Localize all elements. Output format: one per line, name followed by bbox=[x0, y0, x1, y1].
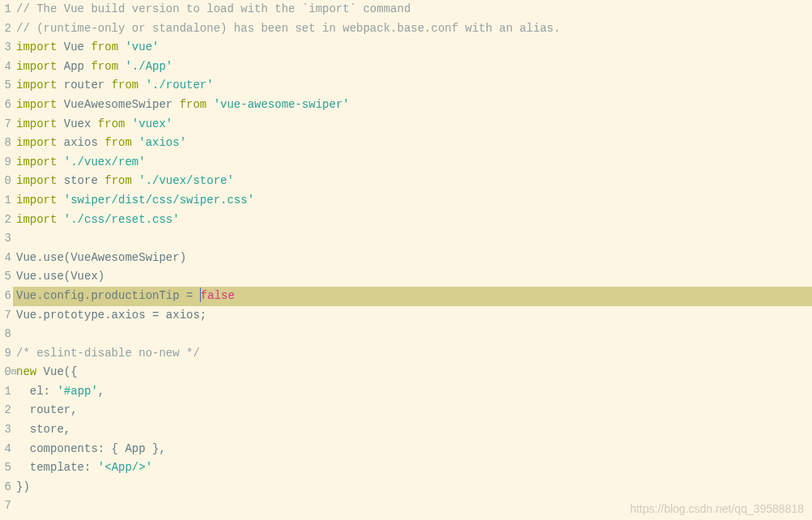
code-token: 'vue' bbox=[125, 40, 159, 53]
code-token: import bbox=[16, 117, 64, 130]
code-line[interactable]: template: '<App/>' bbox=[13, 458, 812, 478]
code-token: import bbox=[16, 194, 64, 207]
line-number: 9 bbox=[0, 153, 11, 173]
code-token: Vue.use(Vuex) bbox=[16, 270, 104, 283]
code-line[interactable]: store, bbox=[13, 420, 812, 440]
code-line[interactable]: import 'swiper/dist/css/swiper.css' bbox=[13, 191, 812, 211]
code-token: router, bbox=[16, 403, 78, 416]
line-number: 6 bbox=[0, 478, 11, 497]
code-token: import bbox=[16, 156, 64, 168]
code-token: components: { App }, bbox=[16, 442, 166, 455]
code-token: 'swiper/dist/css/swiper.css' bbox=[64, 194, 254, 207]
code-line[interactable]: import axios from 'axios' bbox=[13, 134, 812, 153]
line-number: 4 bbox=[0, 58, 11, 77]
code-token: /* eslint-disable no-new */ bbox=[16, 347, 200, 360]
code-token: from bbox=[104, 174, 138, 187]
code-token: 'axios' bbox=[138, 136, 186, 149]
code-line[interactable]: Vue.use(Vuex) bbox=[13, 267, 812, 287]
code-token: }) bbox=[16, 480, 30, 493]
line-number-gutter: 123456789012345678901234567 bbox=[0, 0, 13, 520]
line-number: 4 bbox=[0, 249, 11, 268]
code-token: from bbox=[91, 60, 125, 73]
code-token: '#app' bbox=[57, 385, 97, 398]
code-line[interactable]: // (runtime-only or standalone) has been… bbox=[13, 19, 812, 39]
code-line[interactable] bbox=[13, 325, 812, 344]
code-token: import bbox=[16, 79, 64, 92]
code-token: Vue.prototype.axios = axios; bbox=[16, 309, 206, 322]
line-number: 0 bbox=[0, 363, 11, 382]
code-line[interactable]: el: '#app', bbox=[13, 382, 812, 402]
line-number: 4 bbox=[0, 440, 11, 459]
code-line[interactable]: import './css/reset.css' bbox=[13, 211, 812, 230]
line-number: 2 bbox=[0, 401, 11, 420]
code-token: import bbox=[16, 213, 64, 226]
code-token: Vue.use(VueAwesomeSwiper) bbox=[16, 251, 186, 264]
code-token: // (runtime-only or standalone) has been… bbox=[16, 22, 560, 35]
code-token: './vuex/rem' bbox=[64, 156, 146, 168]
code-token: , bbox=[98, 385, 104, 398]
code-token: el: bbox=[16, 385, 57, 398]
code-line[interactable]: Vue.use(VueAwesomeSwiper) bbox=[13, 249, 812, 268]
line-number: 0 bbox=[0, 172, 11, 191]
line-number: 8 bbox=[0, 325, 11, 344]
code-token: './vuex/store' bbox=[138, 174, 234, 187]
code-token: store bbox=[64, 174, 104, 187]
code-line[interactable]: import store from './vuex/store' bbox=[13, 172, 812, 191]
code-line[interactable]: import './vuex/rem' bbox=[13, 153, 812, 173]
line-number: 1 bbox=[0, 382, 11, 402]
code-line[interactable]: import Vue from 'vue' bbox=[13, 38, 812, 58]
line-number: 3 bbox=[0, 229, 11, 249]
code-line[interactable]: import VueAwesomeSwiper from 'vue-awesom… bbox=[13, 96, 812, 115]
code-token: './css/reset.css' bbox=[64, 213, 180, 226]
code-token: template: bbox=[16, 461, 98, 474]
watermark-text: https://blog.csdn.net/qq_39588818 bbox=[630, 502, 804, 515]
code-line[interactable]: ⊟new Vue({ bbox=[13, 363, 812, 382]
code-token: import bbox=[16, 136, 64, 149]
line-number: 8 bbox=[0, 134, 11, 153]
line-number: 3 bbox=[0, 38, 11, 58]
code-line[interactable]: Vue.config.productionTip = false bbox=[13, 287, 812, 306]
code-token: 'vuex' bbox=[132, 117, 172, 130]
code-line[interactable]: Vue.prototype.axios = axios; bbox=[13, 306, 812, 326]
code-token: router bbox=[64, 79, 112, 92]
code-token: VueAwesomeSwiper bbox=[64, 98, 180, 111]
code-line[interactable]: components: { App }, bbox=[13, 440, 812, 459]
code-token: false bbox=[201, 289, 235, 302]
code-line[interactable]: router, bbox=[13, 401, 812, 420]
code-line[interactable]: import router from './router' bbox=[13, 76, 812, 96]
line-number: 3 bbox=[0, 420, 11, 440]
code-token: from bbox=[104, 136, 138, 149]
code-token: Vue({ bbox=[44, 365, 78, 378]
code-area[interactable]: // The Vue build version to load with th… bbox=[13, 0, 812, 520]
line-number: 5 bbox=[0, 267, 11, 287]
code-token: './router' bbox=[146, 79, 214, 92]
code-token: Vue bbox=[64, 40, 91, 53]
code-token: from bbox=[180, 98, 214, 111]
code-editor[interactable]: 123456789012345678901234567 // The Vue b… bbox=[0, 0, 812, 520]
code-line[interactable]: /* eslint-disable no-new */ bbox=[13, 344, 812, 364]
line-number: 6 bbox=[0, 287, 11, 306]
line-number: 7 bbox=[0, 497, 11, 516]
code-line[interactable]: import App from './App' bbox=[13, 58, 812, 77]
code-token: '<App/>' bbox=[98, 461, 152, 474]
code-line[interactable] bbox=[13, 229, 812, 249]
line-number: 5 bbox=[0, 76, 11, 96]
line-number: 2 bbox=[0, 19, 11, 39]
line-number: 7 bbox=[0, 115, 11, 134]
code-token: import bbox=[16, 174, 64, 187]
code-token: new bbox=[16, 365, 44, 378]
code-token: store, bbox=[16, 423, 70, 436]
code-token: App bbox=[64, 60, 91, 73]
fold-toggle-icon[interactable]: ⊟ bbox=[11, 363, 17, 382]
code-token: from bbox=[98, 117, 132, 130]
code-line[interactable]: // The Vue build version to load with th… bbox=[13, 0, 812, 19]
line-number: 5 bbox=[0, 458, 11, 478]
line-number: 1 bbox=[0, 0, 11, 19]
line-number: 6 bbox=[0, 96, 11, 115]
code-token: // The Vue build version to load with th… bbox=[16, 2, 410, 15]
code-line[interactable]: }) bbox=[13, 478, 812, 497]
code-token: Vuex bbox=[64, 117, 98, 130]
code-token: import bbox=[16, 60, 64, 73]
code-token: axios bbox=[64, 136, 104, 149]
code-line[interactable]: import Vuex from 'vuex' bbox=[13, 115, 812, 134]
